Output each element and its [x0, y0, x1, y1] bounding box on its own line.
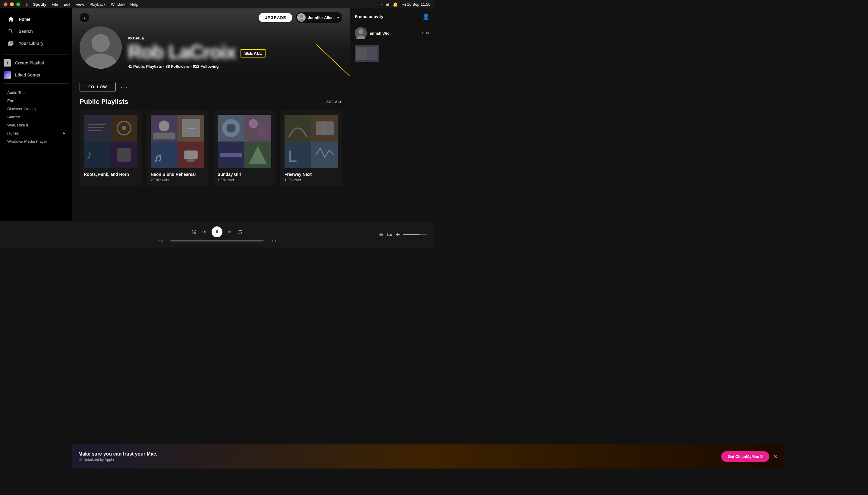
- playlist-label: Audio Test: [7, 90, 25, 95]
- playlist-item-itunes[interactable]: iTunes ▶: [0, 129, 72, 137]
- more-options-button[interactable]: ···: [120, 83, 128, 90]
- play-pause-button[interactable]: [212, 226, 223, 237]
- bottom-bar: 0:00 0:00: [0, 221, 434, 248]
- window-menu[interactable]: Window: [111, 2, 125, 6]
- previous-button[interactable]: [201, 229, 207, 235]
- playlist-card-3[interactable]: Sunday Girl 1 Follower: [213, 110, 276, 186]
- playlist-cover-4: L: [284, 115, 338, 168]
- public-playlists-count: 41 Public Playlists: [128, 64, 162, 69]
- back-button[interactable]: ‹: [80, 13, 89, 22]
- playlist-card-2[interactable]: ♬ Neon Blond: [146, 110, 209, 186]
- help-menu[interactable]: Help: [130, 2, 138, 6]
- see-all-header-button[interactable]: SEE ALL: [241, 49, 265, 57]
- playlist-cover-2: ♬: [151, 115, 204, 168]
- playlist-item-eno[interactable]: Eno: [0, 97, 72, 105]
- search-icon: [7, 28, 15, 35]
- user-avatar: [297, 13, 306, 22]
- sidebar-divider-2: [4, 83, 69, 84]
- cover-cell: [244, 141, 271, 168]
- edit-menu[interactable]: Edit: [64, 2, 70, 6]
- notification-icon[interactable]: 🔔: [393, 2, 398, 6]
- profile-name-area: Rob LaCroix SEE ALL: [128, 42, 342, 64]
- svg-point-34: [249, 119, 258, 128]
- menu-bar:  Spotify File Edit View Playback Window…: [26, 2, 138, 6]
- close-button[interactable]: [4, 2, 7, 6]
- svg-rect-52: [367, 47, 377, 60]
- cover-cell: ♬: [151, 141, 178, 168]
- sidebar-item-home[interactable]: Home: [4, 13, 69, 25]
- total-time: 0:00: [267, 239, 277, 243]
- shuffle-button[interactable]: [191, 229, 197, 235]
- maximize-button[interactable]: [16, 2, 20, 6]
- playlist-item-well-i-like-it[interactable]: Well, I like it.: [0, 121, 72, 129]
- svg-rect-18: [117, 148, 131, 162]
- svg-rect-28: [184, 151, 198, 159]
- library-icon: [7, 40, 15, 47]
- nav-arrows: ‹: [80, 13, 89, 22]
- playlist-name-1: Roots, Funk, and Horn: [84, 172, 137, 177]
- cover-cell: [284, 115, 311, 141]
- playback-menu[interactable]: Playback: [89, 2, 105, 6]
- current-time: 0:00: [157, 239, 167, 243]
- see-all-playlists-button[interactable]: SEE ALL: [326, 100, 342, 104]
- playlist-followers-2: 2 Followers: [151, 178, 204, 182]
- progress-track[interactable]: [170, 240, 264, 241]
- control-center-icon[interactable]: ⊞: [386, 2, 389, 6]
- playlist-item-discover-weekly[interactable]: Discover Weekly: [0, 105, 72, 113]
- main-content: ‹ UPGRADE Jennifer Allen ▾: [72, 8, 349, 221]
- cover-cell: [218, 141, 244, 168]
- playlist-label: Windows Media Player: [7, 139, 47, 143]
- volume-track[interactable]: [403, 234, 427, 235]
- svg-point-20: [159, 120, 170, 131]
- sidebar-item-search[interactable]: Search: [4, 25, 69, 37]
- cover-cell: [178, 141, 204, 168]
- player-center: 0:00 0:00: [147, 226, 287, 243]
- title-bar-right: ··· ⊞ 🔔 Fri 10 Sep 11:50: [378, 2, 430, 6]
- sidebar-playlists: Audio Test Eno Discover Weekly Starred W…: [0, 86, 72, 221]
- app-name-menu[interactable]: Spotify: [33, 2, 46, 6]
- svg-rect-5: [80, 27, 122, 69]
- volume-control: [395, 232, 427, 237]
- follow-button[interactable]: FOLLOW: [80, 82, 116, 92]
- svg-rect-46: [311, 141, 338, 168]
- playlist-cover-1: ♪: [84, 115, 137, 168]
- upgrade-button[interactable]: UPGRADE: [259, 13, 292, 22]
- file-menu[interactable]: File: [52, 2, 58, 6]
- next-button[interactable]: [227, 229, 233, 235]
- playlist-label: Discover Weekly: [7, 107, 36, 111]
- cover-cell: [151, 115, 178, 141]
- playlist-item-starred[interactable]: Starred: [0, 113, 72, 121]
- minimize-button[interactable]: [10, 2, 14, 6]
- cover-cell: [84, 115, 111, 141]
- cover-cell: [111, 115, 137, 141]
- cover-cell: [111, 141, 137, 168]
- playlist-card-4[interactable]: L Freeway Next 1 Follo: [280, 110, 342, 186]
- devices-icon[interactable]: [387, 232, 392, 237]
- view-menu[interactable]: View: [76, 2, 84, 6]
- repeat-button[interactable]: [238, 229, 243, 235]
- sidebar: Home Search Your Library + Create Playli…: [0, 8, 72, 221]
- playlist-item-windows-media-player[interactable]: Windows Media Player: [0, 137, 72, 146]
- svg-point-1: [298, 19, 305, 22]
- user-menu[interactable]: Jennifer Allen ▾: [296, 12, 342, 23]
- chevron-down-icon: ▾: [337, 16, 339, 19]
- queue-icon[interactable]: [379, 232, 383, 237]
- playlist-card-1[interactable]: ♪ Roots, Funk, and Horn: [80, 110, 142, 186]
- svg-rect-51: [356, 47, 367, 60]
- search-label: Search: [19, 29, 33, 34]
- plus-icon: +: [4, 59, 11, 67]
- clock: Fri 10 Sep 11:50: [402, 2, 430, 6]
- friend-info-1: annah Wic... 15 hr: [370, 31, 429, 36]
- person-icon[interactable]: 👤: [423, 13, 429, 20]
- sidebar-liked-songs[interactable]: ♥ Liked Songs: [0, 69, 72, 81]
- svg-rect-37: [220, 153, 242, 157]
- playlist-label: Starred: [7, 115, 20, 119]
- volume-icon[interactable]: [395, 232, 400, 237]
- apple-menu[interactable]: : [26, 2, 28, 6]
- sidebar-create-playlist[interactable]: + Create Playlist: [0, 57, 72, 69]
- sidebar-top: Home Search Your Library: [0, 8, 72, 52]
- sidebar-item-library[interactable]: Your Library: [4, 37, 69, 49]
- friend-time-1: 15 hr: [422, 31, 429, 35]
- svg-point-0: [299, 15, 303, 18]
- playlist-item-audio-test[interactable]: Audio Test: [0, 88, 72, 97]
